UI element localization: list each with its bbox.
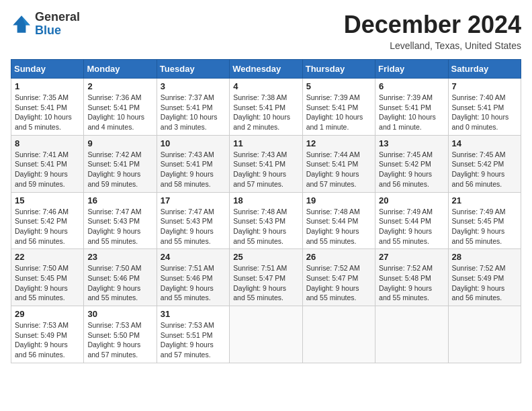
calendar-cell: 10Sunrise: 7:43 AMSunset: 5:41 PMDayligh… [157, 135, 229, 192]
calendar-cell: 1Sunrise: 7:35 AMSunset: 5:41 PMDaylight… [11, 79, 84, 136]
calendar-cell: 31Sunrise: 7:53 AMSunset: 5:51 PMDayligh… [157, 306, 229, 363]
calendar-cell [448, 306, 521, 363]
calendar-cell: 12Sunrise: 7:44 AMSunset: 5:41 PMDayligh… [302, 135, 375, 192]
day-number: 1 [15, 81, 80, 91]
weekday-header-tuesday: Tuesday [157, 60, 229, 79]
calendar-week-2: 8Sunrise: 7:41 AMSunset: 5:41 PMDaylight… [11, 135, 521, 192]
calendar-cell: 2Sunrise: 7:36 AMSunset: 5:41 PMDaylight… [84, 79, 157, 136]
day-detail: Sunrise: 7:40 AMSunset: 5:41 PMDaylight:… [452, 93, 517, 132]
calendar-cell: 4Sunrise: 7:38 AMSunset: 5:41 PMDaylight… [230, 79, 302, 136]
day-number: 28 [452, 252, 517, 262]
calendar-cell [302, 306, 375, 363]
day-number: 12 [306, 138, 371, 148]
calendar-cell: 18Sunrise: 7:48 AMSunset: 5:43 PMDayligh… [230, 192, 302, 249]
day-number: 23 [87, 252, 152, 262]
day-detail: Sunrise: 7:36 AMSunset: 5:41 PMDaylight:… [87, 93, 152, 132]
calendar-cell: 9Sunrise: 7:42 AMSunset: 5:41 PMDaylight… [84, 135, 157, 192]
day-detail: Sunrise: 7:53 AMSunset: 5:49 PMDaylight:… [15, 320, 80, 360]
day-number: 13 [379, 138, 444, 148]
calendar-table: SundayMondayTuesdayWednesdayThursdayFrid… [11, 59, 521, 363]
day-number: 15 [15, 195, 80, 205]
day-detail: Sunrise: 7:43 AMSunset: 5:41 PMDaylight:… [233, 150, 298, 189]
day-detail: Sunrise: 7:51 AMSunset: 5:47 PMDaylight:… [233, 263, 298, 303]
logo: General Blue [11, 11, 80, 38]
calendar-cell: 15Sunrise: 7:46 AMSunset: 5:42 PMDayligh… [11, 192, 84, 249]
day-detail: Sunrise: 7:47 AMSunset: 5:43 PMDaylight:… [87, 207, 152, 246]
day-detail: Sunrise: 7:49 AMSunset: 5:45 PMDaylight:… [452, 207, 517, 246]
day-detail: Sunrise: 7:52 AMSunset: 5:47 PMDaylight:… [306, 263, 371, 303]
calendar-cell: 26Sunrise: 7:52 AMSunset: 5:47 PMDayligh… [302, 249, 375, 306]
day-number: 20 [379, 195, 444, 205]
day-detail: Sunrise: 7:42 AMSunset: 5:41 PMDaylight:… [87, 150, 152, 189]
day-detail: Sunrise: 7:53 AMSunset: 5:50 PMDaylight:… [87, 320, 152, 360]
day-number: 29 [15, 309, 80, 319]
day-number: 18 [233, 195, 298, 205]
day-detail: Sunrise: 7:48 AMSunset: 5:43 PMDaylight:… [233, 207, 298, 246]
calendar-cell: 8Sunrise: 7:41 AMSunset: 5:41 PMDaylight… [11, 135, 84, 192]
calendar-cell: 11Sunrise: 7:43 AMSunset: 5:41 PMDayligh… [230, 135, 302, 192]
day-detail: Sunrise: 7:53 AMSunset: 5:51 PMDaylight:… [161, 320, 226, 360]
logo-text: General Blue [35, 11, 80, 38]
day-number: 17 [161, 195, 226, 205]
day-detail: Sunrise: 7:50 AMSunset: 5:45 PMDaylight:… [15, 263, 80, 303]
day-detail: Sunrise: 7:44 AMSunset: 5:41 PMDaylight:… [306, 150, 371, 189]
day-detail: Sunrise: 7:39 AMSunset: 5:41 PMDaylight:… [306, 93, 371, 132]
day-number: 7 [452, 81, 517, 91]
location: Levelland, Texas, United States [344, 40, 521, 51]
calendar-cell: 14Sunrise: 7:45 AMSunset: 5:42 PMDayligh… [448, 135, 521, 192]
day-number: 4 [233, 81, 298, 91]
calendar-cell: 16Sunrise: 7:47 AMSunset: 5:43 PMDayligh… [84, 192, 157, 249]
weekday-header-sunday: Sunday [11, 60, 84, 79]
calendar-cell: 30Sunrise: 7:53 AMSunset: 5:50 PMDayligh… [84, 306, 157, 363]
calendar-cell: 22Sunrise: 7:50 AMSunset: 5:45 PMDayligh… [11, 249, 84, 306]
day-number: 5 [306, 81, 371, 91]
calendar-cell: 3Sunrise: 7:37 AMSunset: 5:41 PMDaylight… [157, 79, 229, 136]
day-detail: Sunrise: 7:47 AMSunset: 5:43 PMDaylight:… [161, 207, 226, 246]
day-number: 27 [379, 252, 444, 262]
calendar-cell [230, 306, 302, 363]
calendar-cell: 7Sunrise: 7:40 AMSunset: 5:41 PMDaylight… [448, 79, 521, 136]
weekday-header-saturday: Saturday [448, 60, 521, 79]
day-detail: Sunrise: 7:48 AMSunset: 5:44 PMDaylight:… [306, 207, 371, 246]
day-detail: Sunrise: 7:45 AMSunset: 5:42 PMDaylight:… [452, 150, 517, 189]
day-number: 22 [15, 252, 80, 262]
day-number: 3 [161, 81, 226, 91]
title-area: December 2024 Levelland, Texas, United S… [344, 11, 521, 51]
calendar-week-5: 29Sunrise: 7:53 AMSunset: 5:49 PMDayligh… [11, 306, 521, 363]
day-detail: Sunrise: 7:41 AMSunset: 5:41 PMDaylight:… [15, 150, 80, 189]
calendar-cell: 25Sunrise: 7:51 AMSunset: 5:47 PMDayligh… [230, 249, 302, 306]
day-number: 19 [306, 195, 371, 205]
calendar-cell: 6Sunrise: 7:39 AMSunset: 5:41 PMDaylight… [375, 79, 448, 136]
calendar-body: 1Sunrise: 7:35 AMSunset: 5:41 PMDaylight… [11, 79, 521, 363]
calendar-cell: 19Sunrise: 7:48 AMSunset: 5:44 PMDayligh… [302, 192, 375, 249]
day-number: 9 [87, 138, 152, 148]
calendar-cell: 29Sunrise: 7:53 AMSunset: 5:49 PMDayligh… [11, 306, 84, 363]
calendar-week-3: 15Sunrise: 7:46 AMSunset: 5:42 PMDayligh… [11, 192, 521, 249]
day-number: 11 [233, 138, 298, 148]
day-number: 30 [87, 309, 152, 319]
day-detail: Sunrise: 7:46 AMSunset: 5:42 PMDaylight:… [15, 207, 80, 246]
day-number: 16 [87, 195, 152, 205]
day-detail: Sunrise: 7:37 AMSunset: 5:41 PMDaylight:… [161, 93, 226, 132]
calendar-cell: 23Sunrise: 7:50 AMSunset: 5:46 PMDayligh… [84, 249, 157, 306]
day-detail: Sunrise: 7:35 AMSunset: 5:41 PMDaylight:… [15, 93, 80, 132]
day-detail: Sunrise: 7:49 AMSunset: 5:44 PMDaylight:… [379, 207, 444, 246]
calendar-cell: 13Sunrise: 7:45 AMSunset: 5:42 PMDayligh… [375, 135, 448, 192]
day-detail: Sunrise: 7:45 AMSunset: 5:42 PMDaylight:… [379, 150, 444, 189]
day-number: 26 [306, 252, 371, 262]
day-number: 31 [161, 309, 226, 319]
day-number: 24 [161, 252, 226, 262]
day-detail: Sunrise: 7:51 AMSunset: 5:46 PMDaylight:… [161, 263, 226, 303]
day-detail: Sunrise: 7:50 AMSunset: 5:46 PMDaylight:… [87, 263, 152, 303]
calendar-cell: 24Sunrise: 7:51 AMSunset: 5:46 PMDayligh… [157, 249, 229, 306]
calendar-cell: 20Sunrise: 7:49 AMSunset: 5:44 PMDayligh… [375, 192, 448, 249]
calendar-cell: 17Sunrise: 7:47 AMSunset: 5:43 PMDayligh… [157, 192, 229, 249]
day-number: 8 [15, 138, 80, 148]
calendar-cell: 5Sunrise: 7:39 AMSunset: 5:41 PMDaylight… [302, 79, 375, 136]
weekday-header-thursday: Thursday [302, 60, 375, 79]
page-header: General Blue December 2024 Levelland, Te… [11, 11, 521, 51]
calendar-week-4: 22Sunrise: 7:50 AMSunset: 5:45 PMDayligh… [11, 249, 521, 306]
weekday-header-wednesday: Wednesday [230, 60, 302, 79]
day-detail: Sunrise: 7:43 AMSunset: 5:41 PMDaylight:… [161, 150, 226, 189]
day-number: 10 [161, 138, 226, 148]
